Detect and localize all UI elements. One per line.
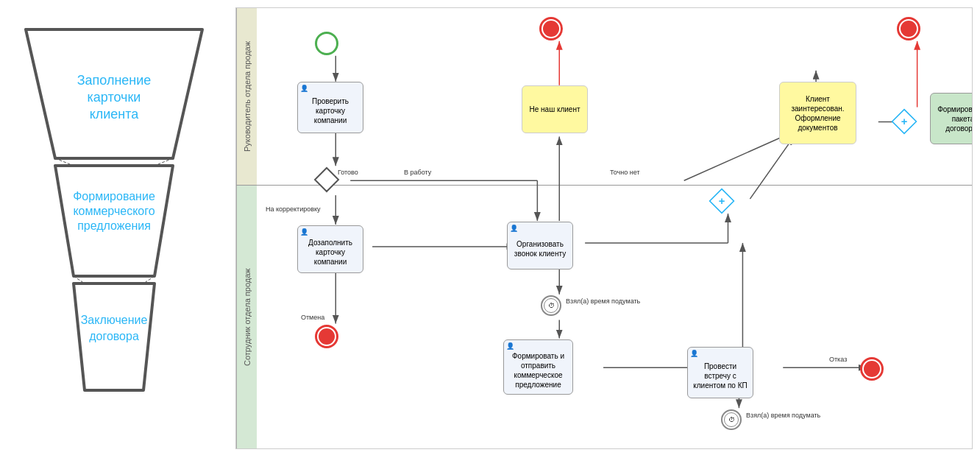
gateway-xor-1 [313,166,340,193]
task-meet-kp: 👤 Провести встречу с клиентом по КП [687,347,753,398]
intermediate-event-1: ⏱ [541,295,561,316]
task-check-card: 👤 Проверить карточку компании [297,82,363,133]
end-event-top-right [897,17,920,40]
gateway-plus-1: + [709,188,741,220]
start-event [315,32,338,55]
label-gotovo: Готово [338,169,358,176]
lane-bottom-label: Сотрудник отдела продаж [236,185,257,449]
svg-text:+: + [719,195,725,207]
svg-line-27 [750,136,794,199]
svg-text:предложения: предложения [77,219,151,232]
task-fill-card: 👤 Дозаполнить карточку компании [297,225,363,273]
task-form-contract: Формирование пакета договоров [930,93,973,144]
svg-text:+: + [901,116,908,127]
svg-text:Заключение: Заключение [81,314,148,326]
end-event-cancel [315,325,338,348]
label-vzyal-vremya2: Взял(а) время подумать [746,412,820,419]
task-organize-call: 👤 Организовать звонок клиенту [507,222,573,269]
svg-text:карточки: карточки [88,90,141,105]
svg-text:клиента: клиента [90,107,140,121]
funnel: Заполнение карточки клиента Формирование… [7,7,221,434]
label-otmena: Отмена [301,314,324,321]
label-na-korr: На корректировку [266,205,321,213]
bpmn-diagram: Руководитель отдела продаж Сотрудник отд… [235,7,973,449]
lane-top-label: Руководитель отдела продаж [236,8,257,185]
svg-text:договора: договора [89,330,139,342]
end-event-otkaz [860,357,884,381]
gateway-plus-2: + [891,108,923,141]
svg-text:коммерческого: коммерческого [73,205,155,217]
end-event-not-client [539,17,563,40]
svg-marker-37 [315,168,338,191]
svg-text:Формирование: Формирование [73,190,155,202]
label-vzyal-vremya: Взял(а) время подумать [566,297,640,305]
label-v-rabotu: В работу [404,169,431,176]
label-tochno-net: Точно нет [610,169,640,176]
intermediate-event-2: ⏱ [721,409,742,430]
svg-text:Заполнение: Заполнение [77,73,152,88]
task-not-our-client: Не наш клиент [522,85,588,133]
task-form-send-kp: 👤 Формировать и отправить коммерческое п… [503,339,573,395]
task-client-interested: Клиент заинтересован. Оформление докумен… [779,82,856,144]
label-otkaz: Отказ [829,356,847,363]
